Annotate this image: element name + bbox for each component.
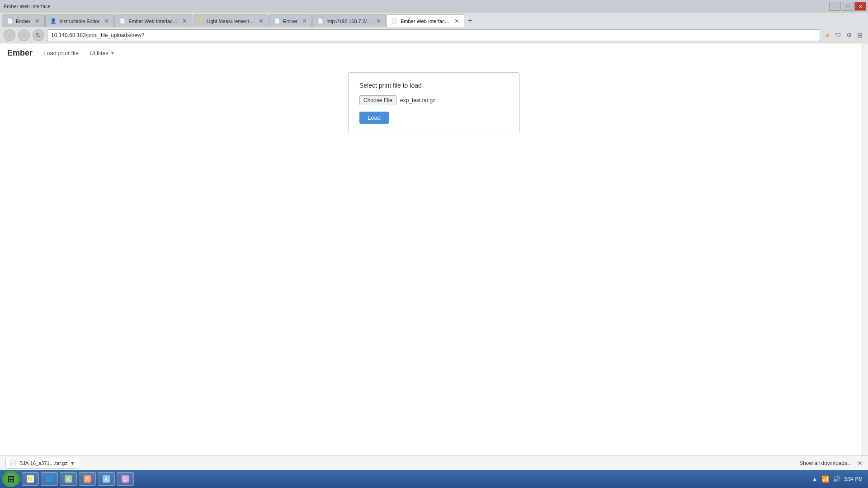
tab-light-measurement[interactable]: ⚡ Light Measurement… ✕ <box>193 14 269 27</box>
tab-close-1[interactable]: ✕ <box>35 18 40 24</box>
window-controls: — □ ✕ <box>829 2 866 11</box>
taskbar-app2[interactable]: A <box>98 472 115 486</box>
form-title: Select print file to load <box>359 82 509 89</box>
start-button[interactable]: ⊞ <box>2 471 20 487</box>
tab-ember-2[interactable]: 📄 Ember ✕ <box>269 14 312 27</box>
download-item[interactable]: 📄 BJA-16_a371....tar.gz ▼ <box>5 458 79 469</box>
tab-ember-1[interactable]: 📄 Ember ✕ <box>2 14 45 27</box>
address-bar[interactable]: 10.140.68.183/print_file_uploads/new? <box>47 29 820 41</box>
file-name-display: exp_test.tar.gz <box>400 97 435 103</box>
reload-button[interactable]: ↻ <box>33 29 44 41</box>
chrome-icon: 🌐 <box>46 475 53 483</box>
bookmark-icon[interactable]: ★ <box>823 31 832 40</box>
download-chevron-icon[interactable]: ▼ <box>70 460 75 466</box>
show-all-downloads[interactable]: Show all downloads... ✕ <box>799 460 863 467</box>
tab-close-5[interactable]: ✕ <box>302 18 307 24</box>
taskbar-chrome[interactable]: 🌐 <box>41 472 58 486</box>
forward-button[interactable]: → <box>18 29 30 41</box>
downloads-bar-close-icon[interactable]: ✕ <box>857 460 863 467</box>
form-card: Select print file to load Choose File ex… <box>348 72 520 133</box>
load-button[interactable]: Load <box>359 112 389 124</box>
tab-label-4: Light Measurement… <box>207 19 254 24</box>
title-bar: Ember Web Interface — □ ✕ <box>0 0 868 13</box>
close-button[interactable]: ✕ <box>854 2 866 11</box>
utilities-dropdown[interactable]: Utilities ▼ <box>90 50 115 56</box>
address-text: 10.140.68.183/print_file_uploads/new? <box>51 32 144 38</box>
minimize-button[interactable]: — <box>829 2 841 11</box>
tab-label-5: Ember <box>283 19 297 24</box>
load-print-file-nav[interactable]: Load print file <box>43 48 79 58</box>
download-filename: BJA-16_a371....tar.gz <box>19 460 67 466</box>
page-content: Ember Load print file Utilities ▼ Select… <box>0 43 868 455</box>
taskbar-file-explorer[interactable]: 📁 <box>22 472 39 486</box>
address-bar-icons: ★ 🛡 ⚙ ⊟ <box>823 31 864 40</box>
tab-instructable[interactable]: 👤 Instructable Editor ✕ <box>45 14 114 27</box>
main-area: Select print file to load Choose File ex… <box>0 63 868 142</box>
tab-ip-address[interactable]: 📄 http://192.168.7.2/… ✕ <box>312 14 386 27</box>
tab-close-3[interactable]: ✕ <box>182 18 187 24</box>
tab-label-2: Instructable Editor <box>59 19 99 24</box>
clock[interactable]: 3:54 PM <box>844 476 863 482</box>
app2-icon: A <box>103 475 110 483</box>
tab-ember-interface-2[interactable]: 📄 Ember Web Interfac… ✕ <box>387 14 464 27</box>
show-all-label: Show all downloads... <box>799 460 852 466</box>
tab-bar: 📄 Ember ✕ 👤 Instructable Editor ✕ 📄 Embe… <box>0 13 868 27</box>
scroll-indicator[interactable] <box>861 43 868 455</box>
taskbar-app3[interactable]: G <box>117 472 134 486</box>
choose-file-button[interactable]: Choose File <box>359 95 396 105</box>
spreadsheet-icon: X <box>65 475 72 483</box>
taskbar: ⊞ 📁 🌐 X F A G ▲ 📶 🔊 3:54 PM <box>0 470 868 488</box>
downloads-bar: 📄 BJA-16_a371....tar.gz ▼ Show all downl… <box>0 455 868 470</box>
tab-favicon-7: 📄 <box>392 18 398 24</box>
taskbar-app1[interactable]: F <box>79 472 96 486</box>
window-title: Ember Web Interface <box>2 4 51 9</box>
tab-label-1: Ember <box>16 19 30 24</box>
tab-close-6[interactable]: ✕ <box>376 18 381 24</box>
new-tab-button[interactable]: + <box>465 15 476 26</box>
tab-favicon-5: 📄 <box>274 18 280 24</box>
tab-close-7[interactable]: ✕ <box>454 18 459 24</box>
settings-icon[interactable]: ⚙ <box>844 31 854 40</box>
app-brand: Ember <box>7 48 33 58</box>
taskbar-spreadsheet[interactable]: X <box>60 472 77 486</box>
tab-ember-interface-1[interactable]: 📄 Ember Web Interfac… ✕ <box>114 14 192 27</box>
maximize-button[interactable]: □ <box>842 2 854 11</box>
app-navbar: Ember Load print file Utilities ▼ <box>0 43 868 63</box>
browser-chrome: Ember Web Interface — □ ✕ 📄 Ember ✕ 👤 In… <box>0 0 868 488</box>
tab-favicon-2: 👤 <box>50 18 57 24</box>
tab-label-3: Ember Web Interfac… <box>128 19 178 24</box>
utilities-arrow: ▼ <box>110 51 115 56</box>
shield-icon[interactable]: 🛡 <box>834 31 843 40</box>
volume-icon[interactable]: 🔊 <box>833 475 840 483</box>
app1-icon: F <box>84 475 91 483</box>
address-bar-row: ← → ↻ 10.140.68.183/print_file_uploads/n… <box>0 27 868 43</box>
system-tray: ▲ 📶 🔊 3:54 PM <box>808 475 866 483</box>
tab-close-2[interactable]: ✕ <box>104 18 109 24</box>
speaker-icon[interactable]: ▲ <box>811 475 818 483</box>
tab-label-7: Ember Web Interfac… <box>401 19 450 24</box>
utilities-label: Utilities <box>90 50 108 56</box>
tab-label-6: http://192.168.7.2/… <box>326 19 372 24</box>
tab-favicon-6: 📄 <box>317 18 324 24</box>
file-explorer-icon: 📁 <box>27 475 34 483</box>
tab-favicon-3: 📄 <box>119 18 126 24</box>
window-icon[interactable]: ⊟ <box>855 31 864 40</box>
download-file-icon: 📄 <box>9 460 17 466</box>
tab-favicon-4: ⚡ <box>198 18 204 24</box>
file-input-row: Choose File exp_test.tar.gz <box>359 95 509 105</box>
back-button[interactable]: ← <box>4 29 15 41</box>
app3-icon: G <box>122 475 129 483</box>
tab-close-4[interactable]: ✕ <box>259 18 264 24</box>
tab-favicon-1: 📄 <box>7 18 13 24</box>
network-icon[interactable]: 📶 <box>821 475 829 483</box>
start-icon: ⊞ <box>7 474 15 484</box>
